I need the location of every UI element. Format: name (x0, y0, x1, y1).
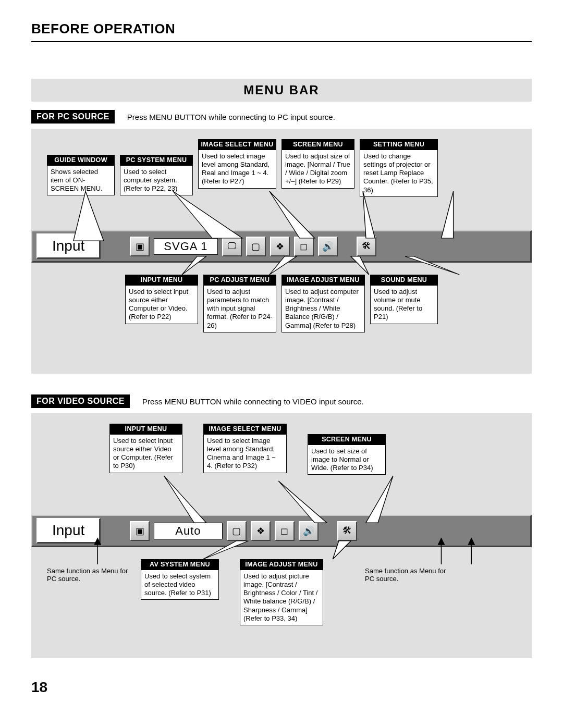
video-source-label: FOR VIDEO SOURCE (31, 394, 130, 408)
callout-header: SOUND MENU (371, 275, 437, 286)
input-menu-icon[interactable]: ▣ (130, 521, 150, 541)
callout-body: Used to adjust computer image. [Contrast… (282, 286, 364, 332)
callout-body: Used to select system of selected video … (141, 570, 218, 600)
video-note-left: Same function as Menu for PC source. (47, 567, 130, 583)
page-number: 18 (31, 679, 532, 696)
video-note-right: Same function as Menu for PC source. (365, 567, 448, 583)
menubar-guide-label: Input (36, 518, 101, 544)
callout-body: Used to set size of image to Normal or W… (308, 445, 385, 475)
section-banner: MENU BAR (31, 79, 532, 102)
callout-header: PC SYSTEM MENU (120, 155, 192, 166)
callout-header: IMAGE SELECT MENU (199, 140, 276, 150)
pc-source-label: FOR PC SOURCE (31, 110, 115, 124)
callout-header: SCREEN MENU (308, 435, 385, 445)
image-select-icon[interactable]: ▢ (227, 521, 247, 541)
image-adjust-icon[interactable]: ❖ (270, 237, 290, 256)
pc-source-text: Press MENU BUTTON while connecting to PC… (127, 113, 335, 121)
screen-menu-icon[interactable]: ◻ (275, 521, 295, 541)
callout-body: Used to select input source either Compu… (126, 286, 198, 324)
callout-header: SCREEN MENU (282, 140, 354, 150)
video-diagram: INPUT MENU Used to select input source e… (31, 413, 532, 658)
callout-body: Used to select image level among Standar… (204, 435, 286, 473)
pc-adjust-icon[interactable]: 🖵 (222, 237, 242, 256)
callout-body: Used to select image level among Standar… (199, 150, 276, 188)
video-menubar: Input ▣ Auto ▢ ❖ ◻ 🔊 🛠 (31, 515, 532, 547)
system-mode-text[interactable]: SVGA 1 (154, 238, 217, 255)
image-adjust-icon[interactable]: ❖ (251, 521, 271, 541)
callout-header: IMAGE ADJUST MENU (282, 275, 364, 286)
callout-body: Used to change settings of projector or … (360, 150, 437, 196)
screen-menu-icon[interactable]: ◻ (294, 237, 314, 256)
callout-header: IMAGE ADJUST MENU (240, 560, 323, 570)
callout-body: Used to adjust volume or mute sound. (Re… (371, 286, 437, 324)
callout-header: AV SYSTEM MENU (141, 560, 218, 570)
input-menu-icon[interactable]: ▣ (130, 237, 150, 256)
callout-body: Used to adjust size of image. [Normal / … (282, 150, 354, 188)
setting-menu-icon[interactable]: 🛠 (357, 237, 376, 256)
callout-header: SETTING MENU (360, 140, 437, 150)
callout-body: Shows selected item of ON-SCREEN MENU. (47, 166, 114, 195)
sound-menu-icon[interactable]: 🔊 (299, 521, 319, 541)
menubar-guide-label: Input (36, 233, 101, 259)
callout-header: PC ADJUST MENU (204, 275, 276, 286)
callout-body: Used to adjust parameters to match with … (204, 286, 276, 332)
image-select-icon[interactable]: ▢ (246, 237, 266, 256)
callout-header: IMAGE SELECT MENU (204, 424, 286, 435)
pc-diagram: GUIDE WINDOW Shows selected item of ON-S… (31, 129, 532, 374)
callout-body: Used to select computer system. (Refer t… (120, 166, 192, 195)
system-mode-text[interactable]: Auto (154, 523, 222, 539)
callout-header: GUIDE WINDOW (47, 155, 114, 166)
callout-body: Used to select input source either Video… (110, 435, 182, 473)
callout-body: Used to adjust picture image. [Contrast … (240, 570, 323, 625)
pc-menubar: Input ▣ SVGA 1 🖵 ▢ ❖ ◻ 🔊 🛠 (31, 230, 532, 263)
page-title: BEFORE OPERATION (31, 21, 532, 37)
video-source-text: Press MENU BUTTON while connecting to VI… (142, 397, 364, 406)
setting-menu-icon[interactable]: 🛠 (337, 521, 357, 541)
sound-menu-icon[interactable]: 🔊 (318, 237, 338, 256)
callout-header: INPUT MENU (110, 424, 182, 435)
callout-header: INPUT MENU (126, 275, 198, 286)
header-rule (31, 41, 532, 42)
